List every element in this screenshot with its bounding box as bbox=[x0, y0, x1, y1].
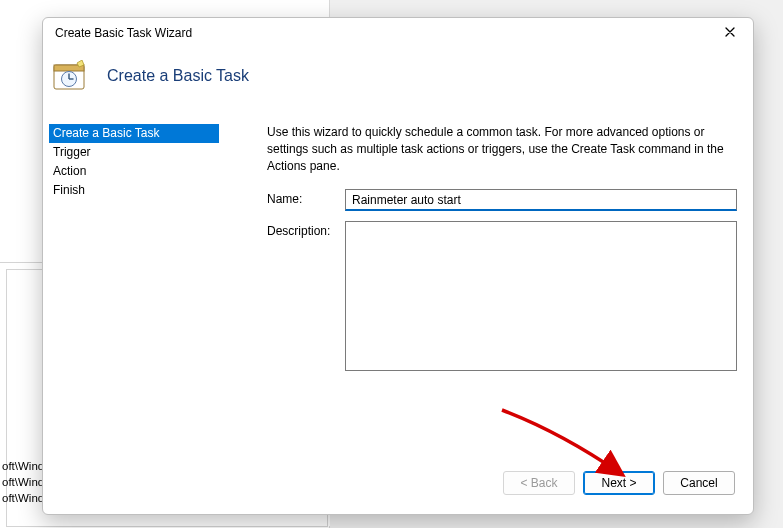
name-label: Name: bbox=[267, 189, 345, 206]
background-tree-fragment: oft\Wind… oft\Windows\U… oft\Windows\Fli… bbox=[0, 458, 47, 528]
wizard-dialog: Create Basic Task Wizard Create a Basic … bbox=[42, 17, 754, 515]
wizard-heading: Create a Basic Task bbox=[107, 67, 249, 85]
next-button[interactable]: Next > bbox=[583, 471, 655, 495]
back-button: < Back bbox=[503, 471, 575, 495]
step-create-basic-task[interactable]: Create a Basic Task bbox=[49, 124, 219, 143]
wizard-footer: < Back Next > Cancel bbox=[43, 464, 753, 514]
title-bar: Create Basic Task Wizard bbox=[43, 18, 753, 48]
task-wizard-icon bbox=[53, 60, 85, 92]
step-action[interactable]: Action bbox=[49, 162, 219, 181]
description-textarea[interactable] bbox=[345, 221, 737, 371]
step-trigger[interactable]: Trigger bbox=[49, 143, 219, 162]
close-button[interactable] bbox=[713, 21, 747, 45]
step-finish[interactable]: Finish bbox=[49, 181, 219, 200]
intro-text: Use this wizard to quickly schedule a co… bbox=[267, 124, 737, 175]
cancel-button[interactable]: Cancel bbox=[663, 471, 735, 495]
window-title: Create Basic Task Wizard bbox=[55, 26, 713, 40]
wizard-header: Create a Basic Task bbox=[43, 48, 753, 104]
close-icon bbox=[725, 26, 735, 40]
name-input[interactable] bbox=[345, 189, 737, 211]
description-label: Description: bbox=[267, 221, 345, 238]
wizard-content: Use this wizard to quickly schedule a co… bbox=[219, 124, 753, 464]
wizard-steps-nav: Create a Basic Task Trigger Action Finis… bbox=[43, 124, 219, 464]
